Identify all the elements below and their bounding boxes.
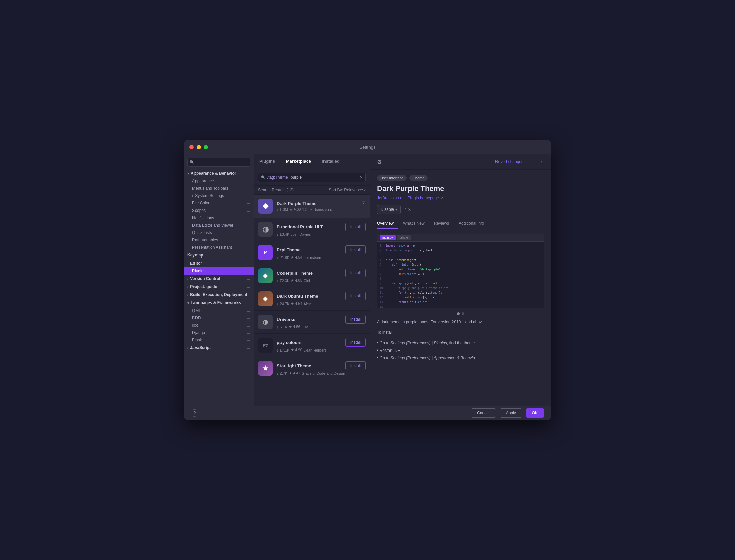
sidebar-item-menus-toolbars[interactable]: Menus and Toolbars xyxy=(184,185,254,192)
sidebar-item-data-editor[interactable]: Data Editor and Viewer xyxy=(184,222,254,229)
tab-whats-new[interactable]: What's New xyxy=(398,219,429,229)
tab-additional-info[interactable]: Additional Info xyxy=(454,219,489,229)
gear-button[interactable]: ⚙ xyxy=(377,159,382,165)
plugin-item-prpl-theme[interactable]: P Prpl Theme Install ↓ 21.8K ★ 4.54 nils… xyxy=(254,241,370,264)
plugins-search-input[interactable]: 🔍 /tag:Theme purple × xyxy=(258,173,366,182)
sidebar-section-appearance-behavior[interactable]: ▾ Appearance & Behavior xyxy=(184,169,254,177)
plugin-item-starlight-theme[interactable]: ★ StarLight Theme Install ↓ 2.7K ★ 4.41 … xyxy=(254,357,370,380)
sidebar-section-javascript[interactable]: › JavaScript ▬ xyxy=(184,344,254,352)
plugin-name: Dark Ubuntu Theme xyxy=(277,294,318,299)
sidebar-item-appearance[interactable]: Appearance xyxy=(184,177,254,185)
chevron-right-icon: › xyxy=(187,346,188,350)
sidebar-section-version-control[interactable]: › Version Control ▬ xyxy=(184,275,254,283)
search-clear-button[interactable]: × xyxy=(360,175,363,180)
sidebar-section-languages-frameworks[interactable]: ▾ Languages & Frameworks xyxy=(184,299,254,307)
tab-reviews[interactable]: Reviews xyxy=(429,219,454,229)
detail-content: User Interface Theme Dark Purple Theme J… xyxy=(370,170,551,406)
tab-marketplace[interactable]: Marketplace xyxy=(280,154,316,169)
tab-plugins[interactable]: Plugins xyxy=(259,154,280,169)
sidebar-item-file-colors[interactable]: File Colors ▬ xyxy=(184,199,254,207)
install-button-starlight-theme[interactable]: Install xyxy=(345,361,366,370)
window-title: Settings xyxy=(360,145,376,150)
plugins-filter-bar: Search Results (13) Sort By: Relevance ▾ xyxy=(254,186,370,195)
maximize-button[interactable] xyxy=(204,145,208,149)
tab-installed[interactable]: Installed xyxy=(316,154,345,169)
title-bar: Settings xyxy=(184,140,551,154)
install-steps: Go to Settings (Preferences) | Plugins, … xyxy=(377,340,544,362)
minimize-button[interactable] xyxy=(197,145,201,149)
plugin-name: Universe xyxy=(277,317,295,322)
sidebar-item-dbt[interactable]: dbt ▬ xyxy=(184,322,254,329)
sidebar-item-flask[interactable]: Flask ▬ xyxy=(184,336,254,344)
install-button-ppy-colours[interactable]: Install xyxy=(345,338,366,347)
plugin-item-dark-ubuntu-theme[interactable]: ◆ Dark Ubuntu Theme Install ↓ 24.7K ★ 4.… xyxy=(254,287,370,311)
plugin-name: ppy colours xyxy=(277,340,302,345)
fake-screenshot-content: main.py utils.kt 12345678910111213141516… xyxy=(377,234,544,308)
plugin-item-functional-purple[interactable]: ◑ Functional Purple UI T... Install ↓ 13… xyxy=(254,218,370,241)
detail-header: ⚙ Revert changes ← → xyxy=(370,154,551,170)
plugin-info-coderpillr-theme: Coderpillr Theme Install ↓ 72.3K ★ 4.85 … xyxy=(277,269,366,283)
install-button-prpl-theme[interactable]: Install xyxy=(345,245,366,254)
author-link[interactable]: JetBrains s.r.o. xyxy=(377,196,403,200)
plugin-icon-dark-ubuntu-theme: ◆ xyxy=(258,291,273,306)
plugin-item-coderpillr-theme[interactable]: ◆ Coderpillr Theme Install ↓ 72.3K ★ 4.8… xyxy=(254,264,370,287)
plugin-name: StarLight Theme xyxy=(277,363,311,368)
sidebar-item-django[interactable]: Django ▬ xyxy=(184,329,254,336)
plugin-info-prpl-theme: Prpl Theme Install ↓ 21.8K ★ 4.54 nils m… xyxy=(277,245,366,260)
plugin-item-universe[interactable]: ◑ Universe Install ↓ 6.1K ★ 4.56 Lilly xyxy=(254,311,370,334)
nav-forward-button[interactable]: → xyxy=(537,158,544,165)
help-button[interactable]: ? xyxy=(191,409,198,417)
sort-by-button[interactable]: Sort By: Relevance ▾ xyxy=(329,188,366,192)
sidebar-item-path-variables[interactable]: Path Variables xyxy=(184,236,254,244)
plugin-info-dark-purple-theme: Dark Purple Theme ☑ ↓ 1.3M ★ 4.88 1.3 Je… xyxy=(277,201,366,212)
plugin-icon-coderpillr-theme: ◆ xyxy=(258,268,273,283)
detail-tags: User Interface Theme xyxy=(377,175,544,181)
sidebar-list: ▾ Appearance & Behavior Appearance Menus… xyxy=(184,169,254,406)
sidebar-section-build-execution[interactable]: › Build, Execution, Deployment xyxy=(184,291,254,299)
install-button-dark-ubuntu-theme[interactable]: Install xyxy=(345,292,366,300)
sidebar-search-area: 🔍 xyxy=(184,154,254,169)
install-button-functional-purple[interactable]: Install xyxy=(345,223,366,231)
plugin-info-universe: Universe Install ↓ 6.1K ★ 4.56 Lilly xyxy=(277,315,366,329)
sidebar-item-notifications[interactable]: Notifications xyxy=(184,214,254,222)
sidebar-item-quick-lists[interactable]: Quick Lists xyxy=(184,229,254,236)
install-button-coderpillr-theme[interactable]: Install xyxy=(345,269,366,277)
sidebar-section-editor[interactable]: › Editor xyxy=(184,259,254,267)
dot-1[interactable] xyxy=(457,312,460,315)
chevron-right-icon: › xyxy=(192,194,193,198)
sidebar-item-system-settings[interactable]: › System Settings xyxy=(184,192,254,199)
disable-dropdown[interactable]: Disable ▾ xyxy=(377,205,401,214)
dot-2[interactable] xyxy=(462,312,464,315)
line-numbers: 12345678910111213141516 xyxy=(380,244,383,308)
detail-header-right: Revert changes ← → xyxy=(495,158,544,165)
chevron-down-icon: ▾ xyxy=(364,188,366,192)
plugin-item-ppy-colours[interactable]: ppy ppy colours Install ↓ 17.1K ★ 4.90 D… xyxy=(254,334,370,357)
plugin-icon-starlight-theme: ★ xyxy=(258,361,273,376)
sidebar-item-presentation-assistant[interactable]: Presentation Assistant xyxy=(184,244,254,251)
chevron-right-icon: › xyxy=(187,277,188,281)
revert-changes-link[interactable]: Revert changes xyxy=(495,159,523,164)
install-button-universe[interactable]: Install xyxy=(345,315,366,324)
plugin-homepage-link[interactable]: Plugin homepage ↗ xyxy=(407,196,443,200)
plugin-name: Functional Purple UI T... xyxy=(277,224,326,229)
cancel-button[interactable]: Cancel xyxy=(471,408,496,418)
plugin-meta: ↓ 72.3K ★ 4.85 Ciel xyxy=(277,278,366,283)
close-button[interactable] xyxy=(189,145,194,149)
bottom-actions: Cancel Apply OK xyxy=(471,408,544,418)
tab-overview[interactable]: Overview xyxy=(377,219,398,229)
sidebar-search-wrap: 🔍 xyxy=(187,158,250,167)
apply-button[interactable]: Apply xyxy=(500,408,522,418)
ok-button[interactable]: OK xyxy=(526,408,544,418)
nav-back-button[interactable]: ← xyxy=(527,158,535,165)
sidebar-item-scopes[interactable]: Scopes ▬ xyxy=(184,207,254,214)
sidebar-search-input[interactable] xyxy=(187,158,250,167)
screenshot-bar: main.py utils.kt xyxy=(377,234,544,242)
tag-user-interface: User Interface xyxy=(377,175,407,181)
plugin-item-dark-purple-theme[interactable]: ◆ Dark Purple Theme ☑ ↓ 1.3M ★ 4.88 1.3 … xyxy=(254,195,370,218)
sidebar-section-keymap[interactable]: Keymap xyxy=(184,251,254,259)
sidebar-item-bdd[interactable]: BDD ▬ xyxy=(184,314,254,322)
plugin-info-ppy-colours: ppy colours Install ↓ 17.1K ★ 4.90 Dean … xyxy=(277,338,366,352)
sidebar-item-qml[interactable]: QML ▬ xyxy=(184,307,254,314)
sidebar-item-plugins[interactable]: Plugins xyxy=(184,267,254,275)
sidebar-section-project-guide[interactable]: › Project: guide ▬ xyxy=(184,283,254,291)
